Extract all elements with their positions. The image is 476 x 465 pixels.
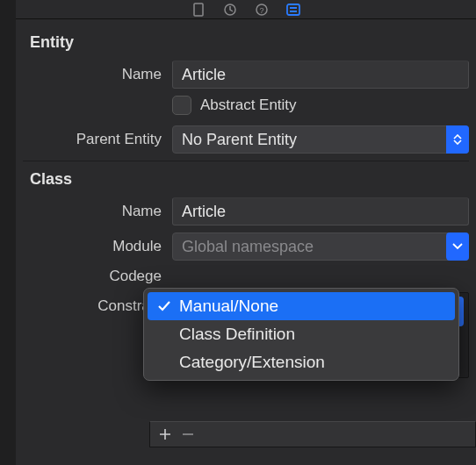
codegen-option-label: Class Definition [179,325,295,344]
parent-entity-row: Parent Entity No Parent Entity [23,125,469,154]
codegen-dropdown-menu: Manual/None Class Definition Category/Ex… [143,288,459,381]
module-select[interactable]: Global namespace [172,232,469,261]
entity-name-input[interactable] [172,61,469,89]
add-constraint-button[interactable] [157,426,173,442]
module-label: Module [23,238,172,255]
entity-name-label: Name [23,66,172,83]
parent-entity-select[interactable]: No Parent Entity [172,125,469,154]
abstract-entity-row: Abstract Entity [172,96,469,115]
class-name-row: Name [23,197,469,225]
module-row: Module Global namespace [23,232,469,261]
remove-constraint-button[interactable] [180,426,196,442]
svg-rect-6 [290,11,297,12]
codegen-option-label: Category/Extension [179,353,325,372]
codegen-row: Codege [23,268,469,285]
module-chevron-down-icon[interactable] [446,232,469,261]
codegen-label: Codege [23,268,172,285]
data-model-tab-icon[interactable] [286,3,300,17]
parent-entity-label: Parent Entity [23,131,172,148]
codegen-option-class-definition[interactable]: Class Definition [148,320,455,348]
inspector-panel: Entity Name Abstract Entity Parent Entit… [16,19,476,465]
svg-rect-0 [194,4,203,16]
abstract-entity-label: Abstract Entity [200,97,297,114]
entity-name-row: Name [23,61,469,89]
svg-text:?: ? [259,6,263,15]
inspector-tab-bar: ? [16,0,476,19]
parent-entity-stepper-icon[interactable] [446,125,469,154]
codegen-option-manual-none[interactable]: Manual/None [148,292,455,320]
doc-tab-icon[interactable] [191,3,206,17]
class-name-input[interactable] [172,197,469,225]
constraints-toolbar [149,421,476,447]
left-gutter [0,0,16,465]
svg-rect-5 [290,7,297,9]
help-tab-icon[interactable]: ? [255,3,269,17]
svg-rect-4 [287,4,299,15]
codegen-option-category-extension[interactable]: Category/Extension [148,348,455,376]
entity-section-header: Entity [30,33,469,52]
history-tab-icon[interactable] [223,3,237,17]
codegen-option-label: Manual/None [179,297,278,316]
class-section-header: Class [30,170,469,189]
section-divider [23,161,469,161]
abstract-entity-checkbox[interactable] [172,96,191,115]
check-icon [156,298,172,314]
class-name-label: Name [23,203,172,220]
